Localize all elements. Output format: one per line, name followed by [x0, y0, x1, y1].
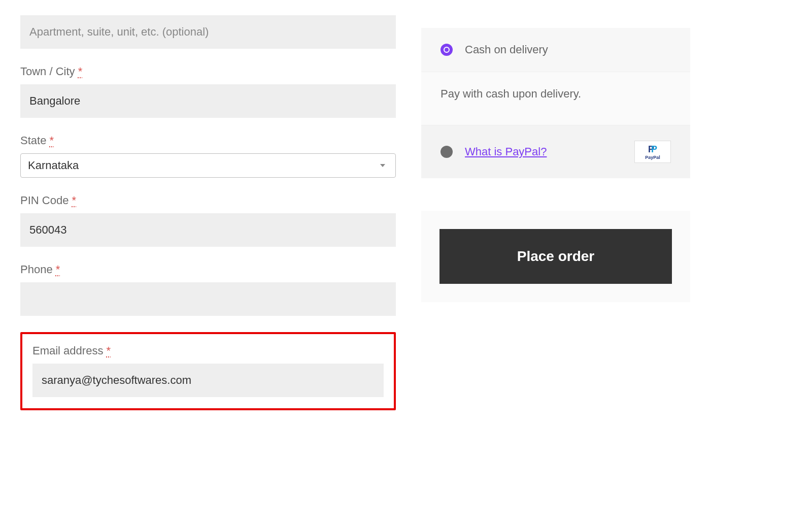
apartment-group: [20, 15, 396, 49]
state-group: State * Karnataka: [20, 134, 396, 178]
email-label: Email address *: [32, 344, 384, 357]
city-group: Town / City *: [20, 65, 396, 118]
pin-input[interactable]: [20, 213, 396, 247]
state-label: State *: [20, 134, 396, 147]
apartment-input[interactable]: [20, 15, 396, 49]
pin-group: PIN Code *: [20, 194, 396, 247]
required-mark: *: [78, 65, 83, 78]
cod-label: Cash on delivery: [465, 43, 548, 56]
email-input[interactable]: [32, 364, 384, 397]
pin-label: PIN Code *: [20, 194, 396, 207]
state-label-text: State: [20, 134, 46, 147]
required-mark: *: [107, 344, 111, 357]
place-order-wrap: Place order: [421, 211, 690, 302]
order-sidebar: Cash on delivery Pay with cash upon deli…: [421, 15, 690, 410]
required-mark: *: [72, 194, 77, 207]
payment-option-paypal[interactable]: What is PayPal? PP PayPal: [421, 125, 690, 178]
chevron-down-icon: [380, 164, 385, 167]
city-input[interactable]: [20, 84, 396, 118]
cod-description: Pay with cash upon delivery.: [421, 72, 690, 125]
place-order-button[interactable]: Place order: [439, 229, 672, 284]
required-mark: *: [50, 134, 54, 147]
radio-selected-icon: [441, 44, 453, 56]
state-select[interactable]: Karnataka: [20, 153, 396, 178]
email-highlight-box: Email address *: [20, 332, 396, 410]
billing-form: Town / City * State * Karnataka PIN Code…: [20, 15, 396, 410]
paypal-logo-icon: PP PayPal: [634, 141, 671, 163]
email-group: Email address *: [32, 344, 384, 397]
pin-label-text: PIN Code: [20, 194, 69, 207]
required-mark: *: [56, 263, 60, 276]
state-select-value: Karnataka: [28, 159, 79, 172]
phone-input[interactable]: [20, 282, 396, 316]
payment-option-cod[interactable]: Cash on delivery: [421, 28, 690, 72]
phone-group: Phone *: [20, 263, 396, 316]
phone-label: Phone *: [20, 263, 396, 276]
city-label: Town / City *: [20, 65, 396, 78]
paypal-help-link[interactable]: What is PayPal?: [465, 145, 547, 158]
email-label-text: Email address: [32, 344, 103, 357]
radio-unselected-icon: [441, 146, 453, 158]
city-label-text: Town / City: [20, 65, 75, 78]
paypal-badge-text: PayPal: [645, 155, 660, 160]
phone-label-text: Phone: [20, 263, 53, 276]
payment-methods: Cash on delivery Pay with cash upon deli…: [421, 28, 690, 178]
